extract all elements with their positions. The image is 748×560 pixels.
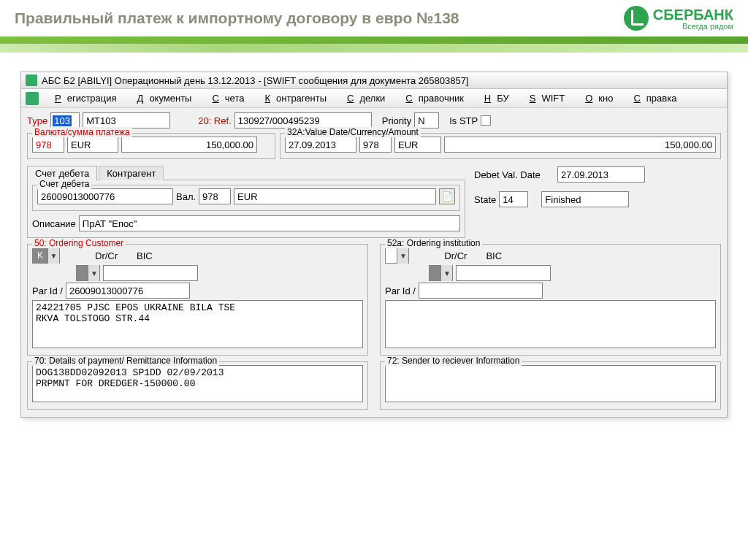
currency-code-field[interactable] [32, 137, 64, 153]
desc-field[interactable] [79, 215, 460, 231]
chevron-down-icon: ▼ [47, 248, 59, 264]
sberbank-logo-icon [624, 6, 649, 31]
currency-name-field[interactable] [67, 137, 118, 153]
slide-title: Правильный платеж к импортному договору … [15, 9, 459, 27]
tab-debit-account[interactable]: Счет дебета [27, 166, 97, 180]
vda-code-field[interactable] [359, 137, 392, 153]
menu-window[interactable]: Окно [573, 91, 619, 105]
vda-amount-field[interactable] [444, 137, 716, 153]
f50-body[interactable] [32, 300, 363, 348]
menu-bar: Регистрация Документы Счета Контрагенты … [21, 89, 727, 108]
f52-type-dropdown[interactable]: ▼ [385, 248, 409, 264]
ref-label: 20: Ref. [198, 115, 232, 126]
mt-field[interactable] [83, 112, 170, 129]
brand-name: СБЕРБАНК [653, 7, 733, 23]
debit-group-legend: Счет дебета [37, 179, 91, 189]
f70-legend: 70: Details of payment/ Remittance Infor… [32, 356, 219, 366]
vda-cur-field[interactable] [394, 137, 441, 153]
menu-accounts[interactable]: Счета [200, 91, 250, 105]
f50-bic-field[interactable] [103, 265, 198, 281]
f52-bic-label: BIC [486, 250, 502, 261]
priority-field[interactable] [414, 112, 439, 129]
debet-date-field[interactable] [557, 166, 645, 183]
chevron-down-icon: ▼ [397, 248, 408, 264]
chevron-down-icon: ▼ [440, 265, 452, 281]
state-label: State [474, 194, 496, 205]
f50-drcr-label: Dr/Cr [95, 250, 118, 261]
currency-group-legend: Валюта/сумма платежа [32, 127, 132, 137]
app-icon [26, 74, 37, 86]
state-text-field[interactable] [541, 191, 629, 207]
menu-reference[interactable]: Справочник [394, 91, 470, 105]
f52-parid-field[interactable] [419, 283, 543, 299]
menu-nbu[interactable]: НБУ [473, 91, 515, 105]
type-label: Type [27, 115, 47, 126]
val-code-field[interactable] [199, 188, 231, 204]
amount-field[interactable] [121, 137, 257, 153]
app-window: АБС Б2 [ABILYI] Операционный день 13.12.… [20, 72, 728, 418]
type-code-field[interactable]: 103 [50, 112, 80, 129]
f50-parid-label: Par Id / [32, 285, 63, 296]
menu-help[interactable]: Справка [622, 91, 682, 105]
divider-band-light [0, 44, 748, 53]
debit-account-field[interactable] [37, 188, 173, 204]
f52-parid-label: Par Id / [385, 285, 416, 296]
menu-contragents[interactable]: Контрагенты [253, 91, 332, 105]
debet-date-label: Debet Val. Date [474, 169, 554, 180]
state-field[interactable] [499, 191, 528, 207]
ref-field[interactable] [234, 112, 372, 129]
vda-group-legend: 32A:Value Date/Currency/Amount [285, 127, 421, 137]
f52-body[interactable] [385, 300, 716, 348]
val-label: Вал. [176, 191, 196, 202]
menu-swift[interactable]: SWIFT [518, 91, 570, 105]
f50-k-dropdown[interactable]: K▼ [32, 248, 60, 264]
f50-drcr-dropdown[interactable]: ▼ [76, 265, 100, 281]
f52-legend: 52a: Ordering institution [385, 238, 482, 248]
isstp-checkbox[interactable] [481, 115, 491, 126]
f52-drcr-label: Dr/Cr [444, 250, 467, 261]
isstp-label: Is STP [449, 115, 478, 126]
f72-body[interactable] [385, 365, 716, 402]
f50-parid-field[interactable] [66, 283, 190, 299]
menu-deals[interactable]: Сделки [335, 91, 391, 105]
desc-label: Описание [32, 218, 76, 229]
f52-drcr-dropdown[interactable]: ▼ [429, 265, 453, 281]
window-title: АБС Б2 [ABILYI] Операционный день 13.12.… [42, 75, 468, 86]
window-title-bar: АБС Б2 [ABILYI] Операционный день 13.12.… [21, 72, 727, 89]
f70-body[interactable] [32, 365, 363, 402]
priority-label: Priority [382, 115, 411, 126]
browse-account-icon[interactable]: 📄 [439, 188, 455, 204]
menu-app-icon [26, 92, 39, 105]
vda-date-field[interactable] [285, 137, 356, 153]
val-cur-field[interactable] [234, 188, 436, 204]
f50-legend: 50: Ordering Customer [32, 238, 126, 248]
menu-registration[interactable]: Регистрация [43, 91, 123, 105]
f52-bic-field[interactable] [456, 265, 551, 281]
chevron-down-icon: ▼ [88, 265, 99, 281]
menu-documents[interactable]: Документы [126, 91, 198, 105]
f50-bic-label: BIC [137, 250, 153, 261]
f72-legend: 72: Sender to reciever Information [385, 356, 522, 366]
tab-contragent[interactable]: Контрагент [99, 166, 164, 180]
brand-block: СБЕРБАНК Всегда рядом [624, 6, 733, 31]
divider-band [0, 37, 748, 44]
